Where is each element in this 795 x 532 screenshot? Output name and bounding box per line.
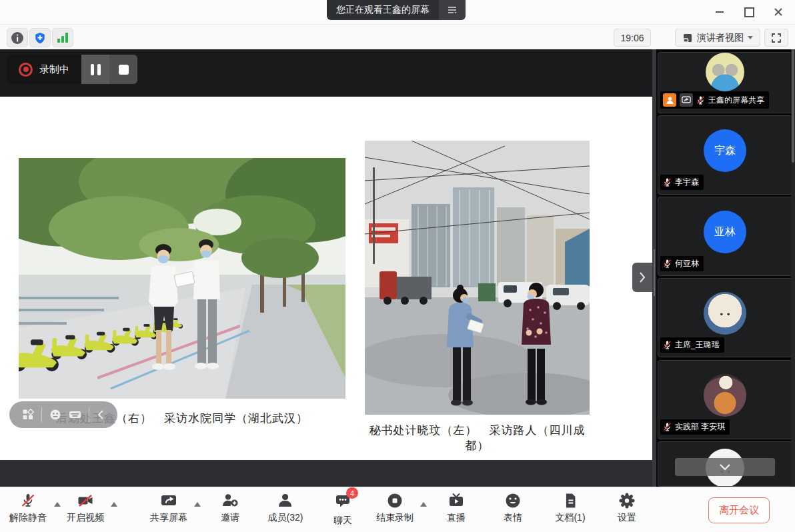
settings-label: 设置 — [618, 512, 636, 524]
maximize-icon — [744, 7, 754, 17]
participant-tile[interactable]: 宇森 李宇森 — [658, 115, 792, 195]
participant-name-tag: 王鑫的屏幕共享 — [660, 91, 769, 109]
meeting-window: 您正在观看王鑫的屏幕 — [0, 0, 795, 532]
annotation-toolbar — [9, 401, 117, 428]
start-video-button[interactable]: 开启视频 — [67, 492, 104, 524]
live-tv-icon — [448, 492, 465, 509]
annotation-divider — [89, 407, 89, 422]
chat-label: 聊天 — [333, 515, 352, 527]
street-photo-graphic — [19, 158, 345, 399]
meeting-clock: 19:06 — [614, 29, 651, 47]
recording-bar: 录制中 — [7, 55, 137, 84]
chat-unread-badge: 4 — [346, 487, 358, 499]
view-mode-button[interactable]: 演讲者视图 — [675, 29, 760, 47]
screen-share-view: 录制中 — [0, 49, 652, 487]
meeting-info-button[interactable] — [7, 28, 28, 47]
emoji-icon — [504, 492, 522, 509]
docs-label: 文档(1) — [555, 512, 585, 524]
avatar: 亚林 — [704, 211, 746, 253]
unmute-options-caret[interactable] — [54, 502, 61, 507]
docs-button[interactable]: 文档(1) — [555, 492, 585, 524]
start-video-label: 开启视频 — [67, 512, 104, 524]
view-mode-caret-icon — [748, 36, 753, 39]
document-icon — [562, 492, 579, 509]
shared-slide: 后勤处王鑫（右） 采访水院同学（湖北武汉） 秘书处计晓玟（左） 采访路人（四川成… — [0, 97, 652, 460]
collapse-pill-chevron-icon[interactable] — [97, 409, 105, 420]
share-screen-button[interactable]: 共享屏幕 — [150, 492, 187, 524]
stop-icon — [119, 65, 129, 75]
recording-controls — [81, 55, 137, 84]
caption-keyboard-icon[interactable] — [69, 409, 81, 421]
parking-photo-graphic — [365, 141, 590, 415]
watching-label: 您正在观看王鑫的屏幕 — [327, 0, 439, 20]
emoji-button[interactable]: 表情 — [504, 492, 522, 524]
recording-label: 录制中 — [39, 63, 69, 76]
photo-interview-parking-lot — [365, 141, 590, 415]
video-options-caret[interactable] — [111, 502, 117, 507]
participant-name: 王鑫的屏幕共享 — [708, 95, 764, 106]
participant-name: 何亚林 — [675, 258, 699, 269]
recording-options-caret[interactable] — [420, 502, 427, 507]
pause-recording-button[interactable] — [81, 55, 109, 84]
participant-name: 实践部 李安琪 — [675, 421, 725, 433]
network-quality-button[interactable] — [52, 28, 73, 47]
members-label: 成员(32) — [268, 512, 303, 524]
participant-tile[interactable]: 实践部 李安琪 — [658, 360, 792, 439]
emoji-reaction-icon[interactable] — [49, 409, 61, 421]
top-toolbar: 19:06 演讲者视图 — [0, 25, 795, 50]
annotation-divider — [41, 407, 42, 422]
participant-name: 主席_王璐瑶 — [675, 339, 720, 351]
settings-button[interactable]: 设置 — [618, 492, 636, 524]
minimize-icon — [716, 11, 724, 13]
hamburger-icon — [448, 6, 457, 14]
security-button[interactable] — [29, 28, 51, 47]
pause-icon — [91, 64, 101, 75]
screen-sharing-icon — [680, 93, 693, 107]
microphone-muted-icon — [19, 492, 37, 509]
minimize-button[interactable] — [710, 3, 730, 21]
participant-name: 李宇森 — [675, 177, 699, 188]
participants-sidebar: 王鑫的屏幕共享 宇森 李宇森 亚林 何亚林 — [656, 49, 795, 487]
gear-icon — [618, 492, 636, 509]
security-shield-icon — [34, 32, 46, 44]
members-button[interactable]: 成员(32) — [268, 492, 303, 524]
invite-label: 邀请 — [221, 512, 239, 524]
banner-menu-button[interactable] — [439, 0, 466, 20]
stop-recording-button[interactable] — [109, 55, 137, 84]
participant-tile-partial[interactable] — [658, 441, 792, 487]
maximize-button[interactable] — [739, 3, 759, 21]
participant-tile[interactable]: 亚林 何亚林 — [658, 197, 792, 276]
members-icon — [277, 492, 294, 509]
end-recording-button[interactable]: 结束录制 — [376, 492, 414, 524]
right-photo-caption: 秘书处计晓玟（左） 采访路人（四川成都） — [365, 423, 590, 453]
share-options-caret[interactable] — [194, 502, 201, 507]
shapes-icon[interactable] — [22, 409, 34, 421]
leave-meeting-button[interactable]: 离开会议 — [708, 497, 770, 523]
record-dot-icon — [19, 63, 33, 77]
view-mode-label: 演讲者视图 — [697, 32, 744, 44]
titlebar: 您正在观看王鑫的屏幕 — [0, 0, 795, 25]
close-button[interactable] — [768, 3, 788, 21]
sidebar-collapse-tab[interactable] — [632, 263, 652, 292]
participant-tile-sharer[interactable]: 王鑫的屏幕共享 — [658, 52, 792, 113]
avatar — [706, 53, 744, 91]
participant-name-tag: 李宇森 — [660, 175, 704, 190]
live-label: 直播 — [447, 512, 466, 524]
fullscreen-icon — [771, 33, 782, 43]
participant-tile[interactable]: 主席_王璐瑶 — [658, 278, 792, 357]
meeting-toolbar: 解除静音 开启视频 共享屏幕 — [0, 487, 795, 532]
sidebar-scrollbar[interactable] — [791, 49, 795, 487]
chat-button[interactable]: 4 聊天 — [333, 492, 352, 527]
scroll-down-button[interactable] — [675, 458, 775, 476]
recording-status: 录制中 — [7, 55, 81, 84]
unmute-button[interactable]: 解除静音 — [9, 492, 47, 524]
invite-button[interactable]: 邀请 — [221, 492, 239, 524]
fullscreen-button[interactable] — [764, 29, 788, 47]
active-speaker-icon — [663, 93, 676, 107]
muted-mic-icon — [663, 340, 672, 350]
avatar — [704, 374, 746, 417]
muted-mic-icon — [663, 177, 672, 187]
camera-off-icon — [77, 492, 94, 509]
chevron-down-icon — [719, 463, 731, 471]
live-button[interactable]: 直播 — [447, 492, 466, 524]
